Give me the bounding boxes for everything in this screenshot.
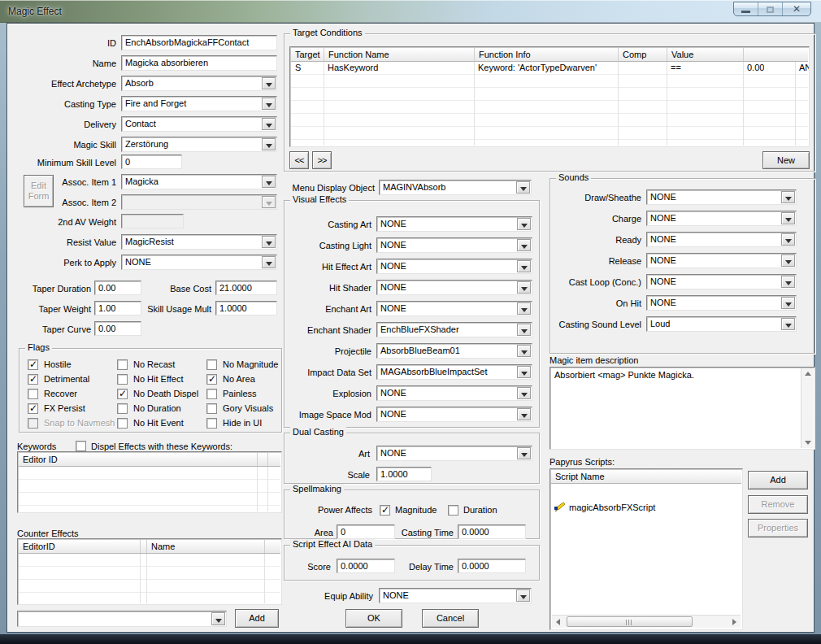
- tc-col-function-info[interactable]: Function Info: [475, 48, 619, 61]
- hide-in-ui-checkbox[interactable]: [206, 418, 217, 429]
- dual-art-select[interactable]: NONE: [376, 446, 532, 461]
- chevron-down-icon[interactable]: [262, 138, 276, 150]
- assoc-item2-select[interactable]: [121, 194, 277, 210]
- minimum-skill-level-input[interactable]: 0: [121, 154, 182, 169]
- score-input[interactable]: 0.0000: [337, 559, 395, 573]
- ok-button[interactable]: OK: [345, 609, 402, 628]
- dual-scale-input[interactable]: 1.0000: [376, 467, 432, 481]
- description-scrollbar[interactable]: [801, 368, 814, 448]
- tc-col-comp[interactable]: Comp: [619, 48, 667, 61]
- enchant-art-select[interactable]: NONE: [376, 301, 532, 316]
- magic-skill-select[interactable]: Zerstörung: [121, 137, 277, 152]
- chevron-down-icon[interactable]: [781, 212, 795, 224]
- chevron-down-icon[interactable]: [516, 590, 530, 602]
- chevron-down-icon[interactable]: [781, 233, 795, 246]
- ready-select[interactable]: NONE: [646, 232, 797, 247]
- chevron-down-icon[interactable]: [781, 276, 795, 288]
- scripts-horizontal-scrollbar[interactable]: [552, 615, 741, 628]
- detrimental-checkbox[interactable]: [28, 374, 38, 385]
- on-hit-select[interactable]: NONE: [646, 295, 797, 311]
- casting-art-select[interactable]: NONE: [376, 216, 532, 232]
- tc-col-value[interactable]: Value: [667, 48, 744, 61]
- base-cost-input[interactable]: 21.0000: [215, 281, 277, 295]
- delivery-select[interactable]: Contact: [121, 116, 277, 132]
- gory-visuals-checkbox[interactable]: [206, 403, 217, 414]
- skill-usage-mult-input[interactable]: 1.0000: [215, 301, 277, 315]
- target-conditions-table[interactable]: Target Function Name Function Info Comp …: [289, 46, 810, 147]
- delay-time-input[interactable]: 0.0000: [458, 559, 526, 573]
- condition-prev-button[interactable]: <<: [289, 151, 309, 169]
- counter-effect-select[interactable]: [17, 611, 227, 627]
- no-magnitude-checkbox[interactable]: [206, 359, 217, 370]
- script-name-header[interactable]: Script Name: [551, 470, 741, 483]
- cancel-button[interactable]: Cancel: [422, 609, 479, 628]
- tc-col-operator[interactable]: [744, 48, 808, 61]
- chevron-down-icon[interactable]: [781, 255, 795, 267]
- casting-sound-level-select[interactable]: Loud: [646, 316, 797, 332]
- chevron-down-icon[interactable]: [262, 118, 276, 130]
- chevron-down-icon[interactable]: [517, 387, 531, 399]
- hit-shader-select[interactable]: NONE: [376, 280, 532, 295]
- keywords-column-header[interactable]: Editor ID: [19, 453, 258, 466]
- painless-checkbox[interactable]: [206, 389, 217, 399]
- draw-sheathe-select[interactable]: NONE: [646, 189, 797, 205]
- script-properties-button[interactable]: Properties: [748, 519, 808, 537]
- image-space-mod-select[interactable]: NONE: [376, 407, 532, 422]
- chevron-down-icon[interactable]: [517, 281, 531, 294]
- no-duration-checkbox[interactable]: [117, 403, 128, 414]
- fx-persist-checkbox[interactable]: [28, 403, 38, 414]
- no-death-dispel-checkbox[interactable]: [117, 389, 128, 399]
- no-area-checkbox[interactable]: [206, 374, 217, 385]
- chevron-down-icon[interactable]: [262, 77, 276, 89]
- edit-form-button[interactable]: Edit Form: [24, 175, 54, 207]
- chevron-down-icon[interactable]: [781, 318, 795, 330]
- chevron-down-icon[interactable]: [262, 176, 276, 188]
- area-input[interactable]: 0: [337, 524, 395, 539]
- dispel-effects-checkbox[interactable]: [76, 441, 86, 451]
- tc-col-function-name[interactable]: Function Name: [324, 48, 475, 61]
- cast-loop-select[interactable]: NONE: [646, 274, 797, 289]
- magnitude-checkbox[interactable]: [380, 505, 390, 516]
- keywords-list[interactable]: Editor ID: [17, 451, 282, 513]
- id-input[interactable]: EnchAbsorbMagickaFFContact: [121, 35, 277, 50]
- description-textarea[interactable]: Absorbiert <mag> Punkte Magicka.: [550, 367, 815, 450]
- chevron-down-icon[interactable]: [262, 256, 276, 268]
- no-hit-event-checkbox[interactable]: [117, 418, 128, 429]
- taper-curve-input[interactable]: 0.00: [94, 321, 141, 336]
- casting-time-input[interactable]: 0.0000: [458, 524, 526, 539]
- minimize-button[interactable]: [734, 2, 758, 15]
- maximize-button[interactable]: [758, 2, 783, 15]
- explosion-select[interactable]: NONE: [376, 385, 532, 401]
- list-item[interactable]: magicAbsorbFXScript: [554, 502, 655, 512]
- name-input[interactable]: Magicka absorbieren: [121, 55, 277, 71]
- chevron-down-icon[interactable]: [211, 612, 225, 625]
- chevron-down-icon[interactable]: [517, 302, 531, 315]
- papyrus-scripts-list[interactable]: Script Name magicAbsorbFXScript: [550, 468, 743, 630]
- chevron-down-icon[interactable]: [517, 239, 531, 251]
- projectile-select[interactable]: AbsorbBlueBeam01: [376, 343, 532, 359]
- casting-light-select[interactable]: NONE: [376, 237, 532, 253]
- chevron-down-icon[interactable]: [781, 191, 795, 203]
- menu-display-object-select[interactable]: MAGINVAbsorb: [379, 180, 532, 195]
- script-remove-button[interactable]: Remove: [748, 495, 808, 514]
- countereffects-name-header[interactable]: Name: [147, 540, 265, 553]
- perk-to-apply-select[interactable]: NONE: [121, 255, 277, 270]
- chevron-down-icon[interactable]: [262, 98, 276, 110]
- chevron-down-icon[interactable]: [781, 297, 795, 309]
- chevron-down-icon[interactable]: [516, 181, 530, 194]
- av2-weight-input[interactable]: [121, 214, 184, 228]
- counter-effects-list[interactable]: EditorID Name: [17, 538, 282, 605]
- recover-checkbox[interactable]: [28, 389, 38, 399]
- chevron-down-icon[interactable]: [262, 196, 276, 208]
- chevron-down-icon[interactable]: [517, 218, 531, 230]
- casting-type-select[interactable]: Fire and Forget: [121, 96, 277, 111]
- snap-to-navmesh-checkbox[interactable]: [28, 418, 38, 429]
- release-select[interactable]: NONE: [646, 253, 797, 268]
- assoc-item1-select[interactable]: Magicka: [121, 174, 277, 189]
- chevron-down-icon[interactable]: [517, 345, 531, 357]
- charge-select[interactable]: NONE: [646, 211, 797, 226]
- counter-effect-add-button[interactable]: Add: [235, 609, 279, 628]
- chevron-down-icon[interactable]: [517, 260, 531, 272]
- taper-weight-input[interactable]: 1.00: [94, 301, 141, 315]
- chevron-down-icon[interactable]: [517, 366, 531, 378]
